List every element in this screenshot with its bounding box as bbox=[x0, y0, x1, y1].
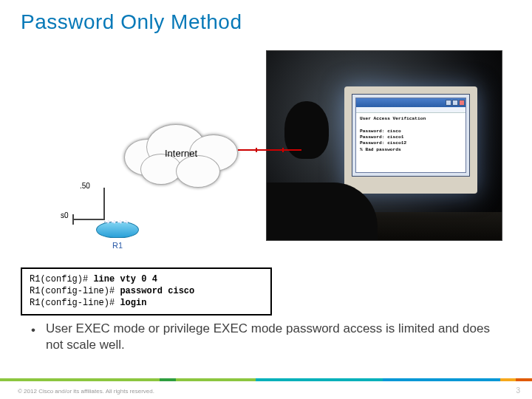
user-at-computer-photo: User Access Verification Password: cisco… bbox=[266, 50, 502, 241]
bullet-point: • User EXEC mode or privilege EXEC mode … bbox=[31, 321, 510, 353]
page-number: 3 bbox=[516, 386, 520, 395]
terminal-line: Password: cisco bbox=[360, 129, 401, 134]
terminal-body: User Access Verification Password: cisco… bbox=[356, 113, 466, 156]
cli-prompt: R1(config)# bbox=[30, 274, 93, 284]
maximize-icon bbox=[452, 100, 458, 106]
terminal-line: Password: cisco12 bbox=[360, 140, 406, 146]
cli-prompt: R1(config-line)# bbox=[30, 298, 120, 308]
serial-link-line bbox=[238, 149, 301, 151]
terminal-heading: User Access Verification bbox=[360, 116, 426, 121]
cloud-label: Internet bbox=[118, 148, 244, 159]
minimize-icon bbox=[446, 100, 451, 106]
terminal-line: % Bad passwords bbox=[360, 147, 401, 152]
interface-label: .50 bbox=[80, 182, 90, 190]
copyright-text: © 2012 Cisco and/or its affiliates. All … bbox=[18, 388, 154, 395]
terminal-window: User Access Verification Password: cisco… bbox=[355, 98, 466, 173]
window-titlebar bbox=[356, 98, 466, 107]
terminal-line: Password: cisco1 bbox=[360, 134, 403, 140]
cli-prompt: R1(config-line)# bbox=[30, 286, 120, 296]
cli-command: password cisco bbox=[120, 286, 194, 296]
crt-monitor: User Access Verification Password: cisco… bbox=[344, 86, 477, 194]
bullet-text: User EXEC mode or privilege EXEC mode pa… bbox=[46, 321, 510, 353]
router-label: R1 bbox=[112, 241, 123, 250]
internet-cloud: Internet bbox=[118, 121, 244, 189]
close-icon bbox=[459, 100, 465, 106]
cli-command: login bbox=[120, 298, 146, 308]
interface-label: s0 bbox=[61, 211, 69, 219]
diagram: User Access Verification Password: cisco… bbox=[30, 50, 502, 257]
brand-stripe bbox=[0, 378, 532, 381]
window-menubar bbox=[356, 107, 466, 113]
cli-command: line vty 0 4 bbox=[93, 274, 157, 284]
cli-config-box: R1(config)# line vty 0 4 R1(config-line)… bbox=[21, 267, 272, 316]
bullet-icon: • bbox=[31, 321, 35, 353]
link-terminator bbox=[72, 214, 74, 225]
router-icon bbox=[96, 216, 139, 242]
monitor-screen: User Access Verification Password: cisco… bbox=[352, 94, 470, 177]
slide-title: Password Only Method bbox=[21, 10, 242, 34]
